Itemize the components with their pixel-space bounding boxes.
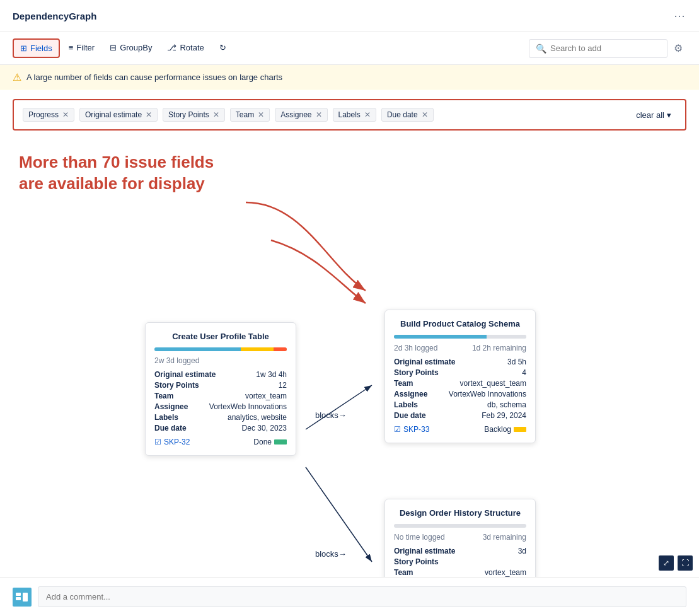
card2-progress-blue (394, 335, 487, 339)
card3-field-original-estimate: Original estimate 3d (394, 547, 526, 555)
user-avatar (13, 588, 32, 607)
field-tag-due-date: Due date ✕ (381, 108, 434, 122)
field-tag-team: Team ✕ (230, 108, 270, 122)
field-tag-progress: Progress ✕ (23, 108, 74, 122)
header: DependencyGraph ⋯ (0, 0, 699, 32)
card2-field-assignee: Assignee VortexWeb Innovations (394, 390, 526, 398)
remove-team-button[interactable]: ✕ (258, 110, 264, 119)
card2-field-original-estimate: Original estimate 3d 5h (394, 357, 526, 366)
card1-ticket[interactable]: ☑ SKP-32 (154, 438, 190, 446)
blocks-label-1: blocks→ (315, 410, 347, 420)
card1-progress-bar (154, 347, 287, 351)
card1-status-bar (274, 439, 287, 445)
svg-rect-5 (16, 597, 21, 600)
card3-title: Design Order History Structure (394, 508, 526, 518)
card2-field-story-points: Story Points 4 (394, 368, 526, 377)
card2-field-due-date: Due date Feb 29, 2024 (394, 411, 526, 420)
blocks-label-2: blocks→ (315, 549, 347, 559)
card1-progress-yellow (241, 347, 274, 351)
remove-progress-button[interactable]: ✕ (62, 110, 69, 119)
dependency-arrows (0, 139, 699, 577)
search-input[interactable] (550, 44, 651, 53)
ticket-check-icon: ☑ (154, 438, 161, 446)
avatar-icon (14, 591, 30, 603)
warning-bar: ⚠ A large number of fields can cause per… (0, 65, 699, 90)
card1-progress-red (274, 347, 287, 351)
canvas-controls: ⤢ ⛶ (659, 555, 693, 571)
remove-labels-button[interactable]: ✕ (364, 110, 371, 119)
card2-time: 2d 3h logged 1d 2h remaining (394, 344, 526, 352)
settings-icon: ⚙ (674, 43, 683, 54)
card2-field-team: Team vortext_quest_team (394, 379, 526, 388)
fullscreen-icon[interactable]: ⛶ (678, 555, 693, 571)
card2-progress-bar (394, 335, 526, 339)
card1-field-labels: Labels analytics, website (154, 413, 287, 422)
groupby-icon: ⊟ (110, 43, 117, 52)
warning-icon: ⚠ (13, 71, 21, 83)
search-box: 🔍 (529, 39, 667, 58)
card3-progress-bar (394, 524, 526, 528)
card2-status: Backlog (484, 425, 526, 434)
clear-all-button[interactable]: clear all ▾ (631, 108, 676, 122)
rotate-button[interactable]: ⎇ Rotate (161, 39, 210, 57)
comment-bar (0, 577, 699, 616)
field-tag-story-points: Story Points ✕ (163, 108, 225, 122)
svg-rect-4 (16, 593, 21, 596)
expand-icon[interactable]: ⤢ (659, 555, 674, 571)
chevron-down-icon: ▾ (667, 110, 671, 120)
card1-title: Create User Profile Table (154, 332, 287, 341)
remove-assignee-button[interactable]: ✕ (316, 110, 322, 119)
card3-field-team: Team vortex_team (394, 568, 526, 577)
cycle-icon: ↻ (219, 43, 226, 52)
svg-line-3 (306, 467, 372, 562)
card1-field-due-date: Due date Dec 30, 2023 (154, 424, 287, 433)
svg-rect-6 (23, 593, 28, 601)
card1-status: Done (253, 438, 287, 446)
fields-button[interactable]: ⊞ Fields (13, 38, 60, 58)
remove-story-points-button[interactable]: ✕ (213, 110, 219, 119)
groupby-button[interactable]: ⊟ GroupBy (103, 39, 158, 57)
card2-status-bar (514, 427, 526, 432)
card2-title: Build Product Catalog Schema (394, 319, 526, 328)
card1-progress-blue (154, 347, 241, 351)
search-icon: 🔍 (536, 44, 546, 54)
field-tag-labels: Labels ✕ (333, 108, 376, 122)
field-tag-assignee: Assignee ✕ (275, 108, 327, 122)
field-tag-original-estimate: Original estimate ✕ (79, 108, 158, 122)
card2-ticket[interactable]: ☑ SKP-33 (394, 425, 429, 434)
more-options-button[interactable]: ⋯ (674, 9, 686, 23)
app-title: DependencyGraph (13, 11, 96, 21)
card-build-product-catalog: Build Product Catalog Schema 2d 3h logge… (384, 310, 536, 443)
promo-text: More than 70 issue fields are available … (19, 152, 227, 195)
fields-icon: ⊞ (20, 44, 27, 53)
canvas-area: More than 70 issue fields are available … (0, 139, 699, 577)
fields-area: Progress ✕ Original estimate ✕ Story Poi… (13, 99, 686, 131)
toolbar: ⊞ Fields ≡ Filter ⊟ GroupBy ⎇ Rotate ↻ 🔍… (0, 32, 699, 65)
card2-field-labels: Labels db, schema (394, 400, 526, 409)
fields-tags: Progress ✕ Original estimate ✕ Story Poi… (23, 108, 676, 122)
card3-field-story-points: Story Points (394, 557, 526, 566)
ticket-check-icon2: ☑ (394, 425, 401, 434)
card1-field-assignee: Assignee VortexWeb Innovations (154, 402, 287, 411)
comment-input[interactable] (38, 586, 686, 607)
card2-progress-gray (487, 335, 526, 339)
remove-due-date-button[interactable]: ✕ (422, 110, 428, 119)
settings-button[interactable]: ⚙ (670, 38, 686, 58)
svg-line-2 (306, 385, 372, 429)
filter-icon: ≡ (69, 43, 74, 52)
card1-field-story-points: Story Points 12 (154, 381, 287, 390)
rotate-icon: ⎇ (167, 43, 176, 52)
card2-footer: ☑ SKP-33 Backlog (394, 425, 526, 434)
card-create-user-profile: Create User Profile Table 2w 3d logged O… (145, 322, 296, 456)
card3-progress-gray (394, 524, 526, 528)
cycle-button[interactable]: ↻ (213, 39, 233, 57)
card3-time: No time logged 3d remaining (394, 533, 526, 542)
card1-field-team: Team vortex_team (154, 392, 287, 400)
card-design-order-history: Design Order History Structure No time l… (384, 499, 536, 577)
card1-field-original-estimate: Original estimate 1w 3d 4h (154, 370, 287, 379)
remove-original-estimate-button[interactable]: ✕ (146, 110, 152, 119)
card1-footer: ☑ SKP-32 Done (154, 438, 287, 446)
card1-time: 2w 3d logged (154, 356, 287, 365)
filter-button[interactable]: ≡ Filter (62, 39, 101, 57)
